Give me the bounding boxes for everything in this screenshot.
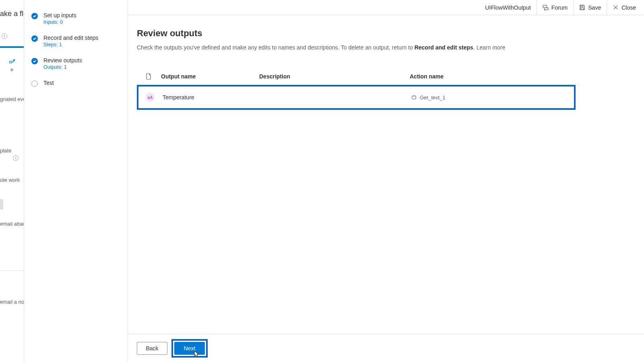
left-nav-item[interactable]: email attac bbox=[0, 221, 24, 227]
close-icon bbox=[613, 4, 619, 10]
flow-name-label: UIFlowWithOutput bbox=[485, 4, 531, 11]
plus-icon[interactable]: + bbox=[10, 66, 14, 74]
flow-icon bbox=[9, 59, 15, 65]
main-panel: UIFlowWithOutput Forum Save Close Review… bbox=[128, 0, 644, 362]
table-header: Output name Description Action name bbox=[137, 73, 576, 85]
close-button[interactable]: Close bbox=[607, 0, 642, 15]
save-button[interactable]: Save bbox=[573, 0, 607, 15]
check-icon bbox=[31, 13, 38, 19]
step-label: Set up inputs bbox=[43, 12, 76, 19]
wizard-step-test[interactable]: Test bbox=[31, 80, 120, 87]
info-icon: i bbox=[2, 33, 7, 39]
cursor-icon bbox=[194, 350, 200, 358]
learn-more-link[interactable]: Learn more bbox=[477, 44, 506, 51]
outputs-table: Output name Description Action name aA T… bbox=[137, 73, 576, 110]
column-output-name[interactable]: Output name bbox=[161, 73, 259, 81]
check-icon bbox=[31, 58, 38, 64]
left-nav-item[interactable]: plate i bbox=[0, 140, 24, 161]
left-nav-item[interactable]: gnated even bbox=[0, 96, 24, 102]
save-icon bbox=[579, 4, 585, 10]
table-row[interactable]: aA Temperature Get_text_1 bbox=[138, 86, 574, 108]
cell-action-name: Get_text_1 bbox=[411, 95, 577, 101]
step-label: Test bbox=[43, 80, 54, 86]
forum-icon bbox=[543, 4, 549, 10]
wizard-steps-sidebar: Set up inputs Inputs: 0 Record and edit … bbox=[24, 0, 128, 362]
column-description[interactable]: Description bbox=[259, 73, 410, 81]
wizard-step-setup-inputs[interactable]: Set up inputs Inputs: 0 bbox=[31, 12, 120, 25]
step-sublabel: Outputs: 1 bbox=[43, 64, 82, 70]
step-label: Review outputs bbox=[43, 57, 82, 64]
page-description: Check the outputs you've defined and mak… bbox=[137, 44, 644, 51]
svg-rect-4 bbox=[581, 8, 584, 10]
step-label: Record and edit steps bbox=[43, 35, 98, 41]
svg-rect-2 bbox=[543, 5, 547, 8]
step-sublabel: Steps: 1 bbox=[43, 42, 98, 47]
left-nav-item[interactable]: email a no bbox=[0, 299, 24, 305]
forum-button[interactable]: Forum bbox=[537, 0, 573, 15]
left-nav-item[interactable]: ote work bbox=[0, 177, 24, 183]
column-action-name[interactable]: Action name bbox=[410, 73, 576, 81]
highlighted-next: Next bbox=[171, 339, 208, 358]
circle-icon bbox=[31, 80, 38, 87]
text-type-badge: aA bbox=[146, 93, 155, 102]
next-button[interactable]: Next bbox=[174, 342, 205, 355]
top-command-bar: UIFlowWithOutput Forum Save Close bbox=[128, 0, 644, 15]
wizard-step-review-outputs[interactable]: Review outputs Outputs: 1 bbox=[31, 57, 120, 70]
info-icon: i bbox=[13, 155, 19, 161]
svg-rect-5 bbox=[412, 96, 416, 99]
wizard-step-record-edit[interactable]: Record and edit steps Steps: 1 bbox=[31, 35, 120, 47]
content-area: Review outputs Check the outputs you've … bbox=[128, 15, 644, 334]
highlighted-row: aA Temperature Get_text_1 bbox=[137, 85, 576, 110]
progress-bar bbox=[0, 46, 24, 48]
svg-rect-3 bbox=[581, 5, 583, 7]
svg-rect-0 bbox=[9, 61, 11, 63]
left-title-fragment: ake a flo bbox=[0, 10, 24, 18]
cell-output-name: Temperature bbox=[163, 94, 261, 101]
card-fragment bbox=[0, 199, 3, 210]
document-icon bbox=[146, 73, 151, 80]
check-icon bbox=[31, 35, 38, 42]
left-pane-fragment: ake a flo i + gnated even plate i ote wo… bbox=[0, 0, 24, 362]
wizard-footer: Back Next bbox=[128, 334, 644, 362]
back-button[interactable]: Back bbox=[137, 342, 167, 355]
step-sublabel: Inputs: 0 bbox=[43, 19, 76, 25]
page-title: Review outputs bbox=[137, 28, 644, 39]
action-icon bbox=[411, 95, 417, 100]
